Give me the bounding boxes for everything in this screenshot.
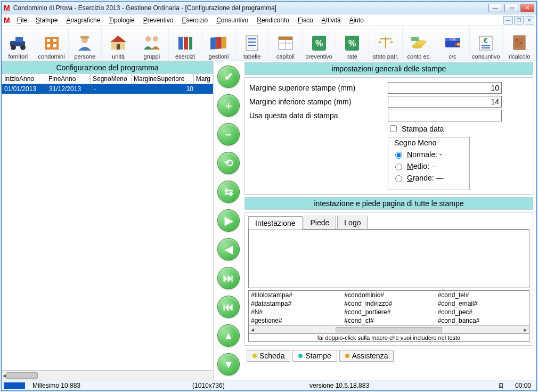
left-scrollbar[interactable]: ◂	[2, 370, 213, 380]
toolbar-persone[interactable]: persone	[69, 27, 102, 61]
toolbar-label: gestioni	[208, 53, 229, 60]
menu-preventivo[interactable]: Preventivo	[140, 15, 177, 25]
macro-list[interactable]: #titolostampa##condominio##cond_tel##dat…	[248, 290, 529, 325]
menu-anagrafiche[interactable]: Anagrafiche	[62, 15, 104, 25]
mdi-minimize-button[interactable]: —	[503, 16, 513, 24]
stampa-data-checkbox[interactable]	[390, 125, 397, 132]
intest-textarea[interactable]	[248, 230, 529, 288]
menu-consuntivo[interactable]: Consuntivo	[213, 15, 252, 25]
tab-intestazione[interactable]: Intestazione	[248, 216, 303, 230]
menu-stampe[interactable]: Stampe	[32, 15, 61, 25]
sync-button[interactable]: ⇆	[217, 181, 240, 203]
toolbar-contoec[interactable]: conto ec.	[403, 27, 436, 61]
toolbar-icon	[241, 32, 263, 53]
add-button[interactable]: ＋	[217, 94, 240, 117]
col-segnomeno[interactable]: SegnoMeno	[91, 74, 132, 84]
toolbar-condomini[interactable]: condomini	[35, 27, 69, 61]
menu-fisco[interactable]: Fisco	[294, 15, 317, 25]
scrollbar-thumb[interactable]	[6, 372, 38, 379]
toolbar-consuntivo[interactable]: €consuntivo	[470, 27, 503, 61]
menu-tipologie[interactable]: Tipologie	[105, 15, 138, 25]
macro-item[interactable]: #titolostampa#	[249, 291, 342, 299]
tab-assistenza[interactable]: Assistenza	[339, 350, 394, 362]
menu-esercizio[interactable]: Esercizio	[178, 15, 211, 25]
toolbar-icon: %	[341, 32, 363, 53]
menubar: M File Stampe Anagrafiche Tipologie Prev…	[2, 14, 536, 26]
ok-button[interactable]: ✔	[217, 66, 240, 88]
marg-inf-input[interactable]	[388, 96, 502, 108]
macro-item[interactable]: #datastampa#	[249, 299, 342, 308]
col-marg[interactable]: Marg	[194, 74, 213, 84]
toolbar-esercizi[interactable]: esercizi	[169, 27, 202, 61]
dot-icon	[298, 354, 303, 358]
svg-rect-27	[279, 37, 292, 40]
mdi-close-button[interactable]: ✕	[525, 16, 534, 24]
macro-item[interactable]: #cond_pec#	[436, 308, 529, 316]
menu-rendiconto[interactable]: Rendiconto	[253, 15, 293, 25]
tab-logo[interactable]: Logo	[337, 216, 368, 229]
tab-piede[interactable]: Piede	[304, 216, 337, 229]
radio-medio[interactable]	[395, 164, 402, 170]
macro-item[interactable]: #cond_indirizzo#	[342, 299, 435, 308]
toolbar-tabelle[interactable]: tabelle	[235, 27, 269, 61]
window-maximize-button[interactable]: ▭	[504, 4, 518, 12]
marg-sup-input[interactable]	[388, 82, 502, 94]
menu-file[interactable]: File	[13, 15, 31, 25]
usa-data-input[interactable]	[388, 110, 502, 121]
toolbar-cc[interactable]: VISAc/c	[436, 27, 470, 61]
toolbar-icon	[108, 32, 129, 53]
last-button[interactable]: ⏭	[217, 267, 240, 289]
macro-scrollbar[interactable]: ◂▸	[248, 325, 529, 334]
macro-item[interactable]: #cond_cf#	[342, 316, 435, 325]
action-button-column: ✔ ＋ － ⟲ ⇆ ▶ ◀ ⏭ ⏮ ▲ ▼	[214, 61, 243, 380]
macro-item[interactable]: #N#	[249, 308, 342, 316]
macro-item[interactable]: #cond_portiere#	[342, 308, 435, 316]
mdi-restore-button[interactable]: ❐	[514, 16, 524, 24]
first-button[interactable]: ⏮	[217, 296, 240, 318]
menu-attivita[interactable]: Attività	[318, 15, 345, 25]
toolbar-gruppi[interactable]: gruppi	[135, 27, 169, 61]
toolbar-capitoli[interactable]: capitoli	[269, 27, 303, 61]
window-minimize-button[interactable]: —	[488, 4, 502, 12]
next-button[interactable]: ▶	[217, 209, 240, 232]
status-dimensions: (538x392)	[187, 382, 304, 389]
col-fineanno[interactable]: FineAnno	[46, 74, 91, 84]
toolbar-rate[interactable]: %rate	[336, 27, 370, 61]
macro-item[interactable]: #gestione#	[249, 316, 342, 325]
window-close-button[interactable]: ✕	[520, 4, 534, 12]
macro-item[interactable]: #cond_banca#	[436, 316, 529, 325]
svg-point-14	[145, 36, 151, 42]
toolbar-label: rate	[347, 53, 357, 60]
app-logo: M	[4, 4, 10, 12]
segno-fieldset: Segno Meno Normale: - Medio: – Grande: —	[388, 137, 470, 190]
toolbar-label: consuntivo	[472, 53, 500, 60]
toolbar-statopatr[interactable]: stato patr.	[369, 27, 403, 61]
toolbar-icon	[208, 32, 229, 53]
workspace: Configurazione del programma InizioAnno …	[2, 61, 536, 380]
svg-point-10	[80, 36, 89, 39]
svg-rect-19	[210, 37, 216, 50]
radio-grande[interactable]	[395, 175, 402, 182]
tab-stampe[interactable]: Stampe	[292, 350, 337, 362]
macro-item[interactable]: #condominio#	[342, 291, 435, 299]
menu-aiuto[interactable]: Aiuto	[346, 15, 368, 25]
toolbar-unit[interactable]: unità	[102, 27, 135, 61]
toolbar-fornitori[interactable]: fornitori	[2, 27, 35, 61]
radio-normale[interactable]	[395, 152, 402, 159]
grid-row-selected[interactable]: 01/01/2013 31/12/2013 - 10	[2, 84, 213, 94]
toolbar-ricalcolo[interactable]: ricalcolo	[503, 27, 536, 61]
remove-button[interactable]: －	[217, 123, 240, 145]
toolbar-gestioni[interactable]: gestioni	[202, 27, 236, 61]
macro-item[interactable]: #cond_tel#	[436, 291, 529, 299]
svg-point-1	[11, 45, 16, 50]
up-button[interactable]: ▲	[217, 324, 240, 347]
toolbar-preventivo[interactable]: %preventivo	[303, 27, 336, 61]
macro-item[interactable]: #cond_email#	[436, 299, 529, 308]
prev-button[interactable]: ◀	[217, 238, 240, 260]
down-button[interactable]: ▼	[217, 353, 240, 375]
col-inizioanno[interactable]: InizioAnno	[2, 74, 46, 84]
svg-point-15	[153, 36, 158, 42]
refresh-button[interactable]: ⟲	[217, 152, 240, 174]
tab-scheda[interactable]: Scheda	[247, 350, 290, 362]
col-marginesuperiore[interactable]: MargineSuperiore	[132, 74, 194, 84]
